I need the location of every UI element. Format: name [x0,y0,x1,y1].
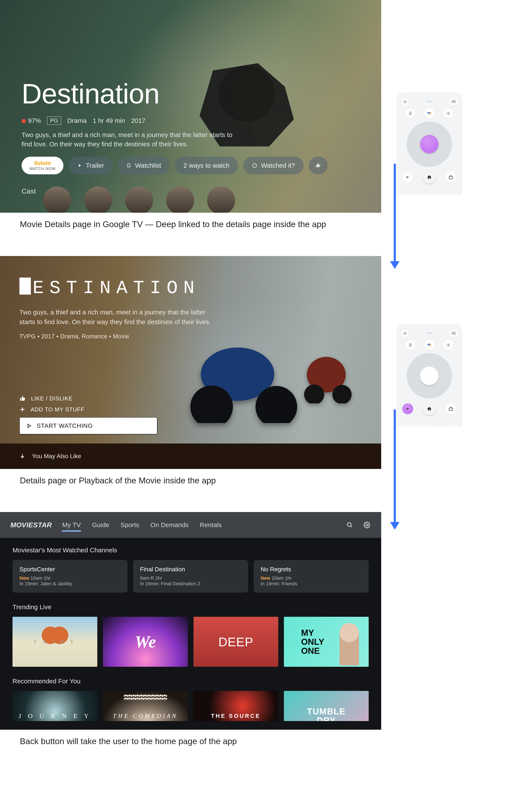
release-year: 2017 [131,117,145,124]
watch-now-button[interactable]: tivium WATCH NOW [22,157,63,174]
start-watching-button[interactable]: START WATCHING [20,417,158,434]
watchlist-button[interactable]: Watchlist [118,157,170,174]
trending-card[interactable]: We [103,617,188,667]
remote-home-button[interactable] [423,171,436,183]
ways-to-watch-button[interactable]: 2 ways to watch [175,157,238,174]
remote-settings-button[interactable] [443,108,454,118]
remote-control-1 [397,93,462,197]
trending-card[interactable]: DEEP [193,617,278,667]
remote-input-button[interactable] [450,98,458,105]
start-label: START WATCHING [37,423,93,429]
svg-point-14 [448,344,449,345]
channel-card[interactable]: SportsCenter New10am 1hr In 19min: Jalen… [12,560,128,592]
section-trending-live: Trending Live F A I R Y We DEEP MY ONLY … [0,595,381,669]
like-dislike-button[interactable]: LIKE / DISLIKE [20,395,158,402]
tab-on-demands[interactable]: On Demands [150,514,189,536]
section-most-watched: Moviestar's Most Watched Channels Sports… [0,538,381,595]
remote-power-button[interactable] [401,329,409,337]
remote-settings-button[interactable] [443,340,454,350]
new-badge: New [20,575,29,581]
tab-my-tv[interactable]: My TV [61,514,82,536]
channel-next: In 19min: Friends [261,581,362,587]
trending-card[interactable]: MY ONLY ONE [284,617,369,667]
trending-card[interactable]: F A I R Y [12,617,97,667]
recommended-label: TUMBLE DRY [307,707,346,721]
section-title-trending: Trending Live [12,603,369,611]
trending-label: MY ONLY ONE [284,628,369,655]
caption-3: Back button will take the user to the ho… [0,730,513,747]
provider-brand: tivium [34,160,51,167]
watched-it-button[interactable]: Watched it? [243,157,303,174]
top-navbar: MOVIESTAR My TV Guide Sports On Demands … [0,512,381,538]
channel-card[interactable]: No Regrets New10am 1hr In 19min: Friends [254,560,369,592]
watchlist-label: Watchlist [135,162,161,169]
remote-dpad[interactable] [407,121,452,167]
trailer-label: Trailer [86,162,104,169]
remote-back-button-highlighted[interactable] [402,403,413,414]
remote-home-button[interactable] [423,402,436,415]
plus-icon [20,406,25,412]
remote-ok-button[interactable] [420,367,438,385]
svg-rect-15 [449,408,453,410]
channel-title: SportsCenter [20,566,120,573]
recommended-card[interactable]: TUMBLE DRY [284,691,369,721]
genre: Drama [67,117,87,124]
add-label: ADD TO MY STUFF [31,406,84,413]
recommended-thumbs: J O U R N E Y THE COMEDIAN THE SOURCE TU… [12,691,369,721]
svg-point-17 [347,523,351,526]
svg-point-12 [429,345,431,346]
channel-meta: 9am R 2hr [140,575,241,581]
nav-tabs: My TV Guide Sports On Demands Rentals [61,514,222,536]
remote-bookmark-button[interactable] [405,108,415,118]
thumbs-up-icon [20,396,26,402]
tab-guide[interactable]: Guide [91,514,110,536]
you-may-also-like-label: You May Also Like [32,453,81,460]
you-may-also-like-row[interactable]: You May Also Like [0,443,381,469]
remote-live-button[interactable] [445,403,457,414]
remote-assistant-button[interactable] [424,108,434,118]
channel-meta: New10am 1hr [20,575,120,581]
section-recommended: Recommended For You J O U R N E Y THE CO… [0,669,381,723]
remote-ok-button[interactable] [420,135,438,153]
tomato-score: 97% [22,117,41,124]
movie-metadata-row: 97% PG Drama 1 hr 49 min 2017 [22,116,360,125]
arrow-down-icon [20,453,25,459]
svg-point-11 [430,344,431,345]
remote-control-2 [397,324,462,428]
remote-assistant-button[interactable] [424,340,434,350]
search-icon[interactable] [346,521,354,529]
svg-point-5 [431,113,431,114]
app-home-panel: MOVIESTAR My TV Guide Sports On Demands … [0,512,381,730]
app-movie-title: ESTINATION [20,278,362,299]
settings-icon[interactable] [363,521,371,529]
trending-thumbs: F A I R Y We DEEP MY ONLY ONE [12,617,369,667]
section-title-channels: Moviestar's Most Watched Channels [12,547,369,554]
tab-sports[interactable]: Sports [120,514,140,536]
motorcycle-blue [176,332,305,423]
svg-rect-7 [449,176,453,179]
recommended-card[interactable]: THE COMEDIAN [103,691,188,721]
add-to-my-stuff-button[interactable]: ADD TO MY STUFF [20,406,158,413]
recommended-card[interactable]: THE SOURCE [193,691,278,721]
trailer-button[interactable]: Trailer [69,157,113,174]
assistant-rate-button[interactable] [309,157,328,174]
cast-heading: Cast [22,187,360,195]
app-movie-meta: TVPG • 2017 • Drama, Romance • Movie [20,333,362,340]
remote-dpad[interactable] [407,353,452,399]
trending-label: DEEP [218,635,253,649]
title-first-letter-block [20,278,31,295]
remote-live-button[interactable] [445,172,457,183]
recommended-card[interactable]: J O U R N E Y [12,691,97,721]
remote-bookmark-button[interactable] [405,340,415,350]
remote-power-button[interactable] [401,98,409,105]
svg-point-3 [430,112,431,113]
svg-point-2 [428,112,430,114]
remote-input-button[interactable] [450,329,458,337]
remote-back-button[interactable] [402,172,413,183]
tab-rentals[interactable]: Rentals [199,514,223,536]
play-icon [77,163,82,168]
remote-mic-icon [427,333,431,334]
app-details-panel: ESTINATION Two guys, a thief and a rich … [0,256,381,469]
channel-card[interactable]: Final Destination 9am R 2hr In 19min: Fi… [133,560,248,592]
app-movie-description: Two guys, a thief and a rich man, meet i… [20,307,214,327]
